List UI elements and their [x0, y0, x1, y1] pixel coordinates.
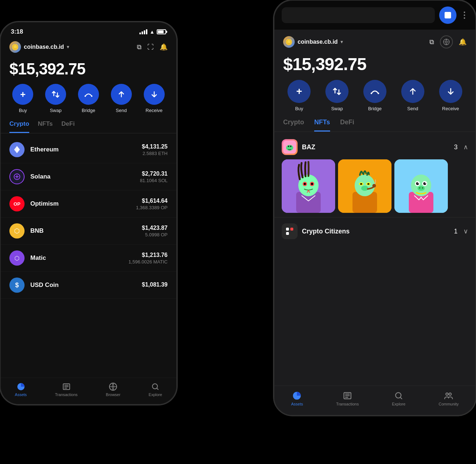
nft-section-right: BAZ 3 ∧ [274, 135, 475, 386]
transactions-icon-left [62, 382, 71, 391]
copy-icon-left[interactable]: ⧉ [137, 43, 142, 51]
dots-menu-right[interactable] [461, 9, 468, 22]
bridge-button-left[interactable]: Bridge [78, 84, 99, 113]
baz-collection-header: BAZ 3 ∧ [282, 139, 468, 155]
nav-assets-left[interactable]: Assets [15, 382, 27, 397]
crypto-citizens-chevron-down[interactable]: ∨ [463, 227, 468, 235]
nav-explore-left[interactable]: Explore [149, 382, 162, 397]
receive-button-left[interactable]: Receive [144, 84, 165, 113]
buy-icon-right: + [287, 80, 311, 103]
svg-rect-46 [290, 228, 293, 231]
explore-icon-right [394, 391, 403, 400]
stop-button-right[interactable] [439, 7, 456, 24]
buy-button-left[interactable]: + Buy [12, 84, 33, 113]
svg-point-11 [378, 93, 379, 94]
svg-point-1 [91, 95, 92, 97]
svg-point-30 [361, 186, 368, 191]
sol-amount: 81.1064 SOL [140, 178, 168, 183]
crypto-item-matic[interactable]: ⬡ Matic $1,213.76 1,596.0026 MATIC [1, 245, 176, 272]
matic-usd: $1,213.76 [129, 252, 168, 258]
bridge-icon-left [78, 84, 99, 105]
wallet-id-left[interactable]: 🪙 coinbase.cb.id ▾ [9, 41, 69, 53]
crypto-item-sol[interactable]: Solana $2,720.31 81.1064 SOL [1, 163, 176, 190]
nav-browser-left[interactable]: Browser [106, 382, 120, 397]
nav-transactions-left[interactable]: Transactions [55, 382, 78, 397]
crypto-item-op[interactable]: OP Optimism $1,614.64 1,368.3389 OP [1, 190, 176, 218]
send-button-right[interactable]: Send [401, 80, 424, 111]
header-actions-left: ⧉ ⛶ 🔔 [137, 43, 168, 51]
tab-nfts-right[interactable]: NFTs [314, 119, 330, 132]
svg-point-31 [372, 184, 376, 188]
signal-icon [139, 29, 147, 34]
svg-rect-44 [282, 223, 298, 239]
sol-name: Solana [30, 173, 140, 180]
explore-icon-left [151, 382, 160, 391]
baz-nft-2[interactable] [338, 159, 391, 213]
assets-label-left: Assets [15, 392, 27, 397]
status-time-left: 3:18 [11, 28, 23, 35]
tab-crypto-right[interactable]: Crypto [283, 119, 304, 132]
left-phone: 3:18 ▲ 🪙 coinbase.cb.id ▾ ⧉ ⛶ 🔔 [0, 22, 177, 405]
assets-label-right: Assets [291, 402, 303, 406]
op-icon: OP [9, 196, 25, 211]
wallet-header-left: 🪙 coinbase.cb.id ▾ ⧉ ⛶ 🔔 [1, 38, 176, 56]
bridge-icon-right [363, 80, 386, 103]
sol-values: $2,720.31 81.1064 SOL [140, 171, 168, 183]
receive-icon-left [144, 84, 165, 105]
svg-point-10 [371, 93, 372, 94]
tab-defi-left[interactable]: DeFi [61, 120, 75, 133]
nft-collection-baz: BAZ 3 ∧ [274, 135, 475, 218]
nav-community-right[interactable]: Community [438, 391, 459, 406]
receive-label-right: Receive [442, 106, 459, 111]
url-bar-right[interactable] [282, 7, 435, 23]
transactions-label-left: Transactions [55, 392, 78, 397]
assets-icon-left [17, 382, 25, 391]
baz-chevron-up[interactable]: ∧ [463, 143, 468, 151]
op-usd: $1,614.64 [136, 198, 168, 204]
explore-label-left: Explore [149, 392, 162, 397]
wallet-avatar-left: 🪙 [9, 41, 21, 53]
buy-button-right[interactable]: + Buy [287, 80, 311, 111]
baz-nft-3[interactable] [394, 159, 448, 213]
eth-amount: 2.5883 ETH [142, 151, 168, 156]
baz-name: BAZ [302, 143, 315, 151]
receive-button-right[interactable]: Receive [439, 80, 462, 111]
svg-marker-3 [17, 146, 20, 151]
baz-nft-1[interactable] [282, 159, 335, 213]
swap-label-left: Swap [50, 108, 62, 113]
svg-point-51 [395, 392, 401, 398]
matic-amount: 1,596.0026 MATIC [129, 259, 168, 265]
swap-button-left[interactable]: Swap [45, 84, 66, 113]
header-actions-right: ⧉ 🔔 [429, 35, 467, 48]
tab-crypto-left[interactable]: Crypto [9, 120, 29, 133]
copy-icon-right[interactable]: ⧉ [429, 38, 434, 46]
wifi-icon: ▲ [150, 29, 155, 35]
nft-collection-crypto-citizens: Crypto Citizens 1 ∨ [274, 218, 475, 249]
bell-icon-left[interactable]: 🔔 [160, 43, 168, 51]
nav-transactions-right[interactable]: Transactions [336, 391, 359, 406]
crypto-item-bnb[interactable]: ⬡ BNB $1,423.87 5.0998 OP [1, 218, 176, 245]
tabs-left: Crypto NFTs DeFi [1, 120, 176, 133]
crypto-list-left: Ethereum $4,131.25 2.5883 ETH Solana $2,… [1, 136, 176, 378]
nav-assets-right[interactable]: Assets [291, 391, 303, 406]
nav-explore-right[interactable]: Explore [392, 391, 405, 406]
svg-rect-48 [290, 232, 293, 235]
assets-icon-right [292, 391, 302, 400]
usdc-icon: $ [9, 278, 25, 293]
wallet-id-right[interactable]: 🪙 coinbase.cb.id ▾ [283, 36, 343, 48]
baz-collection-icon [282, 139, 298, 155]
bell-icon-right[interactable]: 🔔 [459, 38, 467, 46]
eth-values: $4,131.25 2.5883 ETH [142, 143, 168, 156]
crypto-citizens-count: 1 [454, 228, 458, 235]
expand-icon-left[interactable]: ⛶ [147, 43, 154, 51]
tab-defi-right[interactable]: DeFi [340, 119, 354, 132]
svg-point-28 [360, 183, 362, 185]
swap-button-right[interactable]: Swap [325, 80, 349, 111]
globe-icon-right[interactable] [440, 35, 453, 48]
tab-nfts-left[interactable]: NFTs [38, 120, 53, 133]
crypto-item-eth[interactable]: Ethereum $4,131.25 2.5883 ETH [1, 136, 176, 163]
crypto-item-usdc[interactable]: $ USD Coin $1,081.39 [1, 272, 176, 299]
usdc-name: USD Coin [30, 282, 142, 289]
send-button-left[interactable]: Send [111, 84, 132, 113]
bridge-button-right[interactable]: Bridge [363, 80, 386, 111]
